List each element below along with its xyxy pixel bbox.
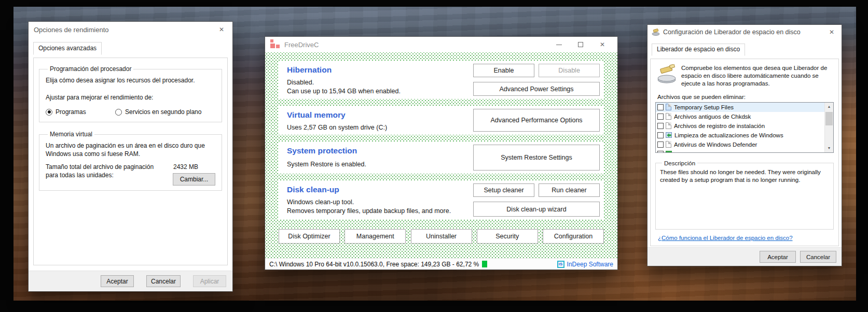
setup-cleaner-button[interactable]: Setup cleaner xyxy=(473,183,534,197)
checkbox[interactable] xyxy=(657,151,664,153)
cancel-button[interactable]: Cancelar xyxy=(800,251,836,263)
freedrivec-window: FreeDriveC ✕ Hibernation Disabled. Can u… xyxy=(265,37,617,270)
system-protection-card: System protection System Restore is enab… xyxy=(279,141,604,174)
dialog-footer: Aceptar Cancelar xyxy=(647,247,842,266)
disk-cleanup-settings-window: Configuración de Liberador de espacio en… xyxy=(647,25,842,266)
dialog-body: Liberador de espacio en disco Compruebe … xyxy=(647,39,842,247)
list-item[interactable]: Limpieza de actualizaciones de Windows xyxy=(656,131,824,140)
blue-document-icon xyxy=(666,104,671,110)
group-title: Programación del procesador xyxy=(48,65,133,73)
close-icon[interactable]: ✕ xyxy=(211,22,232,37)
radio-label: Servicios en segundo plano xyxy=(125,108,201,116)
section-line: System Restore is enabled. xyxy=(287,160,473,169)
tab-opciones-avanzadas[interactable]: Opciones avanzadas xyxy=(33,42,102,55)
section-line: Removes temporary files, update backup f… xyxy=(287,207,473,216)
system-info-text: C:\ Windows 10 Pro 64-bit v10.0.15063.0,… xyxy=(269,261,479,268)
paging-total-label: Tamaño total del archivo de paginación p… xyxy=(46,163,166,179)
checkbox[interactable] xyxy=(657,123,664,129)
performance-options-window: Opciones de rendimiento ✕ Opciones avanz… xyxy=(29,22,232,291)
ok-button[interactable]: Aceptar xyxy=(760,251,796,263)
list-item-label: Archivos de registro de instalación xyxy=(674,123,765,129)
radio-unselected-icon xyxy=(115,109,122,116)
hibernation-card: Hibernation Disabled. Can use up to 15,9… xyxy=(279,61,604,99)
disk-cleanup-brush-icon xyxy=(656,64,678,84)
tab-page: Programación del procesador Elija cómo d… xyxy=(33,58,228,265)
scrollbar[interactable]: ▲ ▼ xyxy=(824,103,833,152)
window-title: FreeDriveC xyxy=(284,41,319,49)
apply-button: Aplicar xyxy=(193,275,226,287)
enable-button[interactable]: Enable xyxy=(473,64,534,77)
virtual-memory-card: Virtual memory Uses 2,57 GB on system dr… xyxy=(279,106,604,135)
close-icon[interactable]: ✕ xyxy=(822,25,842,39)
run-cleaner-button[interactable]: Run cleaner xyxy=(539,183,600,197)
files-listbox[interactable]: Temporary Setup Files Archivos antiguos … xyxy=(655,102,834,153)
free-space-indicator-icon xyxy=(482,261,487,267)
advanced-power-settings-button[interactable]: Advanced Power Settings xyxy=(473,82,600,96)
app-body: Hibernation Disabled. Can use up to 15,9… xyxy=(265,52,617,258)
scrollbar-thumb[interactable] xyxy=(825,112,833,125)
tab-page: Compruebe los elementos que desea que Li… xyxy=(650,59,839,246)
disk-optimizer-button[interactable]: Disk Optimizer xyxy=(279,229,340,244)
dialog-body: Opciones avanzadas Programación del proc… xyxy=(29,37,232,271)
intro-row: Compruebe los elementos que desea que Li… xyxy=(655,63,834,88)
files-list-label: Archivos que se pueden eliminar: xyxy=(657,94,834,100)
management-button[interactable]: Management xyxy=(345,229,406,244)
radio-servicios[interactable]: Servicios en segundo plano xyxy=(115,108,201,116)
tool-button-row: Disk Optimizer Management Uninstaller Se… xyxy=(279,229,604,244)
window-title: Configuración de Liberador de espacio en… xyxy=(663,29,801,36)
section-line: Can use up to 15,94 GB when enabled. xyxy=(287,87,473,96)
desktop: Opciones de rendimiento ✕ Opciones avanz… xyxy=(0,0,868,312)
list-item-label: Limpieza de actualizaciones de Windows xyxy=(674,132,783,138)
windows-update-icon xyxy=(666,132,672,138)
title-bar[interactable]: Configuración de Liberador de espacio en… xyxy=(647,25,842,39)
scroll-up-icon[interactable]: ▲ xyxy=(825,103,833,111)
adjust-label: Ajustar para mejorar el rendimiento de: xyxy=(46,94,215,102)
disk-cleanup-wizard-button[interactable]: Disk clean-up wizard xyxy=(473,202,600,217)
brand-label: InDeep Software xyxy=(567,261,613,268)
cancel-button[interactable]: Cancelar xyxy=(146,275,181,287)
system-restore-settings-button[interactable]: System Restore Settings xyxy=(473,145,600,171)
minimize-icon[interactable] xyxy=(548,37,570,52)
window-title: Opciones de rendimiento xyxy=(34,26,109,34)
list-item[interactable]: Archivos de registro de instalación xyxy=(656,121,824,131)
section-line: Windows clean-up tool. xyxy=(287,198,473,207)
close-icon[interactable]: ✕ xyxy=(591,37,613,52)
processor-scheduling-group: Programación del procesador Elija cómo d… xyxy=(39,65,222,122)
security-button[interactable]: Security xyxy=(477,229,538,244)
configuration-button[interactable]: Configuration xyxy=(543,229,604,244)
checkbox[interactable] xyxy=(657,104,664,110)
list-item-partial[interactable] xyxy=(656,149,824,153)
scroll-down-icon[interactable]: ▼ xyxy=(825,144,833,152)
maximize-icon[interactable] xyxy=(570,37,591,52)
ok-button[interactable]: Aceptar xyxy=(101,275,134,287)
disable-button: Disable xyxy=(539,64,600,77)
section-title: Disk clean-up xyxy=(287,185,473,194)
indeep-software-link[interactable]: iS InDeep Software xyxy=(557,261,613,268)
radio-selected-icon xyxy=(46,109,52,116)
advanced-performance-options-button[interactable]: Advanced Performance Options xyxy=(473,109,600,132)
list-item-label: Temporary Setup Files xyxy=(674,104,734,110)
virtual-memory-group: Memoria virtual Un archivo de paginación… xyxy=(39,131,222,191)
title-bar[interactable]: FreeDriveC ✕ xyxy=(265,37,617,52)
status-bar: C:\ Windows 10 Pro 64-bit v10.0.15063.0,… xyxy=(265,258,617,270)
disk-cleanup-icon xyxy=(652,29,660,36)
checkbox[interactable] xyxy=(657,141,664,148)
checkbox[interactable] xyxy=(657,114,664,120)
list-item-label: Archivos antiguos de Chkdsk xyxy=(674,114,751,120)
tab-strip: Opciones avanzadas xyxy=(29,42,232,54)
uninstaller-button[interactable]: Uninstaller xyxy=(411,229,472,244)
change-button[interactable]: Cambiar... xyxy=(173,173,215,186)
checkbox[interactable] xyxy=(657,132,664,138)
tab-strip: Liberador de espacio en disco xyxy=(647,44,842,55)
title-bar[interactable]: Opciones de rendimiento ✕ xyxy=(29,22,232,37)
radio-programas[interactable]: Programas xyxy=(46,108,115,116)
tab-liberador[interactable]: Liberador de espacio en disco xyxy=(652,44,745,56)
freedrivec-logo-icon xyxy=(270,39,280,50)
section-title: System protection xyxy=(287,146,473,155)
indeep-logo-icon: iS xyxy=(557,261,564,268)
how-it-works-link[interactable]: ¿Cómo funciona el Liberador de espacio e… xyxy=(658,235,793,241)
list-item[interactable]: Antivirus de Windows Defender xyxy=(656,140,824,149)
list-item[interactable]: Temporary Setup Files xyxy=(656,103,824,112)
list-item[interactable]: Archivos antiguos de Chkdsk xyxy=(656,112,824,121)
description-group: Descripción These files should no longer… xyxy=(655,160,834,230)
